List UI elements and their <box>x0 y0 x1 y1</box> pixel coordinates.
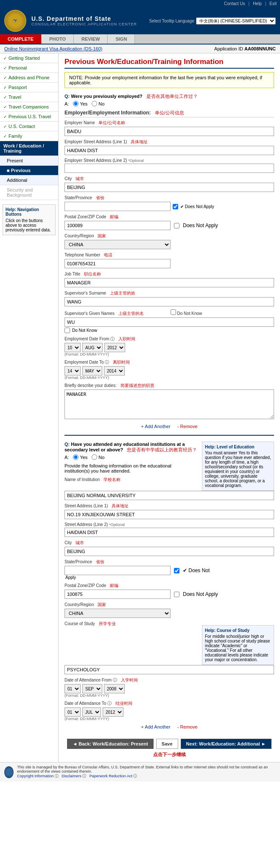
emp-from-year-select[interactable]: 2012 <box>104 343 125 352</box>
emp-city-group: City 城市 <box>64 176 274 192</box>
save-button[interactable]: Save <box>156 739 178 749</box>
job-title-input[interactable] <box>64 278 274 287</box>
exit-link[interactable]: Exit <box>269 1 277 6</box>
emp-postal-dna-checkbox[interactable] <box>174 223 179 228</box>
supervisor-surname-input[interactable] <box>64 297 274 306</box>
inst-state-input[interactable] <box>64 566 171 575</box>
edu-date-from-group: Date of Attendance From ⓘ 入学时间 01 SEP 20… <box>64 677 274 698</box>
supervisor-given-input[interactable] <box>64 317 274 327</box>
app-id: AA008NNUNC <box>244 46 276 51</box>
sidebar-item-passport[interactable]: Passport <box>0 83 58 92</box>
emp-from-day-select[interactable]: 10 <box>64 343 81 352</box>
emp-street2-group: Employer Street Address (Line 2) *Option… <box>64 158 274 173</box>
app-bar: Online Nonimmigrant Visa Application (DS… <box>0 45 280 53</box>
bottom-nav: ◄ Back: Work/Education: Present Save Nex… <box>64 739 274 749</box>
course-input[interactable] <box>64 665 274 674</box>
supervisor-dk-checkbox[interactable] <box>171 309 176 315</box>
disclaimers-link[interactable]: Disclaimers <box>62 774 81 778</box>
emp-street2-input[interactable] <box>64 164 274 173</box>
tab-complete[interactable]: COMPLETE <box>0 34 42 44</box>
employer-name-group: Employer Name 单位/公司名称 <box>64 120 274 136</box>
ds160-link[interactable]: Online Nonimmigrant Visa Application (DS… <box>4 46 103 51</box>
copyright-link[interactable]: Copyright Information <box>17 774 53 778</box>
supervisor-given-group: Supervisor's Given Names 上级主管的名 Do Not K… <box>64 309 274 333</box>
emp-phone-group: Telephone Number 电话 <box>64 252 274 268</box>
state-seal: 🦅 <box>4 10 26 32</box>
note-box: NOTE: Provide your employment informatio… <box>64 72 274 88</box>
language-dropdown[interactable]: 中文(简体) (CHINESE-SIMPLIFIED) <box>196 17 276 25</box>
sidebar-item-present[interactable]: Present <box>0 156 58 166</box>
duties-group: Briefly describe your duties: 简要描述您的职责 M… <box>64 383 274 420</box>
inst-street2-group: Street Address (Line 2) *Optional <box>64 522 274 537</box>
sidebar-item-previous[interactable]: ■ Previous <box>0 166 58 175</box>
nav-tabs: COMPLETE PHOTO REVIEW SIGN <box>0 34 280 45</box>
supervisor-given-dk-checkbox[interactable] <box>64 328 70 333</box>
paperwork-link[interactable]: Paperwork Reduction Act <box>90 774 132 778</box>
edu-to-month-select[interactable]: JUL <box>82 707 101 717</box>
employer-name-input[interactable] <box>64 127 274 136</box>
emp-to-year-select[interactable]: 2014 <box>104 366 125 376</box>
edu-add-another-link[interactable]: Add Another <box>141 724 170 729</box>
inst-street2-input[interactable] <box>64 528 274 537</box>
sidebar-item-security[interactable]: Security and Background <box>0 185 58 200</box>
emp-street1-input[interactable] <box>64 146 274 155</box>
sidebar-item-address[interactable]: Address and Phone <box>0 73 58 83</box>
employed-no-radio[interactable] <box>92 101 97 106</box>
edu-to-day-select[interactable]: 01 <box>64 707 81 717</box>
footer-seal <box>4 766 14 778</box>
emp-phone-input[interactable] <box>64 259 171 268</box>
sidebar-item-family[interactable]: Family <box>0 131 58 141</box>
inst-name-input[interactable] <box>64 491 274 500</box>
sidebar-item-prev-us-travel[interactable]: Previous U.S. Travel <box>0 112 58 122</box>
emp-add-another-link[interactable]: Add Another <box>141 424 170 429</box>
main-layout: Getting Started Personal Address and Pho… <box>0 53 280 762</box>
inst-postal-dna-checkbox[interactable] <box>174 592 179 597</box>
back-button[interactable]: ◄ Back: Work/Education: Present <box>67 739 154 749</box>
emp-state-input[interactable] <box>64 202 171 211</box>
emp-from-month-select[interactable]: AUG <box>82 343 103 352</box>
header: 🦅 U.S. Department of State CONSULAR ELEC… <box>0 7 280 34</box>
sidebar-item-personal[interactable]: Personal <box>0 63 58 73</box>
emp-to-day-select[interactable]: 14 <box>64 366 81 376</box>
edu-remove-link[interactable]: Remove <box>177 724 198 729</box>
edu-from-year-select[interactable]: 2008 <box>104 684 125 693</box>
sidebar-item-us-contact[interactable]: U.S. Contact <box>0 122 58 131</box>
sidebar-item-work-edu[interactable]: Work / Education / Training <box>0 141 58 156</box>
employed-yes-radio[interactable] <box>73 101 78 106</box>
inst-street1-input[interactable] <box>64 510 274 519</box>
emp-city-input[interactable] <box>64 183 274 192</box>
edu-to-year-select[interactable]: 2012 <box>103 707 123 717</box>
edu-from-day-select[interactable]: 01 <box>64 684 81 693</box>
inst-country-group: Country/Region 国家 CHINA <box>64 602 274 618</box>
tab-sign[interactable]: SIGN <box>108 34 135 44</box>
edu-from-month-select[interactable]: SEP <box>82 684 102 693</box>
sidebar-item-getting-started[interactable]: Getting Started <box>0 53 58 63</box>
edu-yes-radio[interactable] <box>73 454 78 460</box>
emp-state-dna-checkbox[interactable] <box>173 204 178 209</box>
emp-country-select[interactable]: CHINA <box>64 240 171 249</box>
edu-no-radio[interactable] <box>92 454 97 460</box>
language-selector[interactable]: Select Tooltip Language 中文(简体) (CHINESE-… <box>149 17 276 25</box>
inst-city-input[interactable] <box>64 547 274 556</box>
sidebar-item-travel[interactable]: Travel <box>0 92 58 102</box>
employment-question-block: Q: Were you previously employed? 是否在其他单位… <box>64 93 274 429</box>
inst-country-select[interactable]: CHINA <box>64 609 171 618</box>
section-divider <box>64 435 274 436</box>
top-bar: Contact Us | Help | Exit <box>0 0 280 7</box>
inst-postal-input[interactable] <box>64 590 171 599</box>
sidebar: Getting Started Personal Address and Pho… <box>0 53 59 762</box>
content-area: Previous Work/Education/Training Informa… <box>59 53 280 762</box>
contact-link[interactable]: Contact Us <box>224 1 245 6</box>
sidebar-item-additional[interactable]: Additional <box>0 175 58 185</box>
help-link[interactable]: Help <box>253 1 262 6</box>
emp-to-month-select[interactable]: MAY <box>82 366 102 376</box>
emp-remove-link[interactable]: Remove <box>177 424 198 429</box>
tab-review[interactable]: REVIEW <box>74 34 108 44</box>
emp-postal-input[interactable] <box>64 221 171 230</box>
tab-photo[interactable]: PHOTO <box>42 34 74 44</box>
sidebar-item-travel-companions[interactable]: Travel Companions <box>0 102 58 112</box>
department-title: U.S. Department of State CONSULAR ELECTR… <box>31 15 137 26</box>
inst-state-dna-checkbox[interactable] <box>174 568 179 573</box>
next-button[interactable]: Next: Work/Education: Additional ► <box>181 739 272 749</box>
duties-textarea[interactable]: MANAGER <box>64 389 274 419</box>
